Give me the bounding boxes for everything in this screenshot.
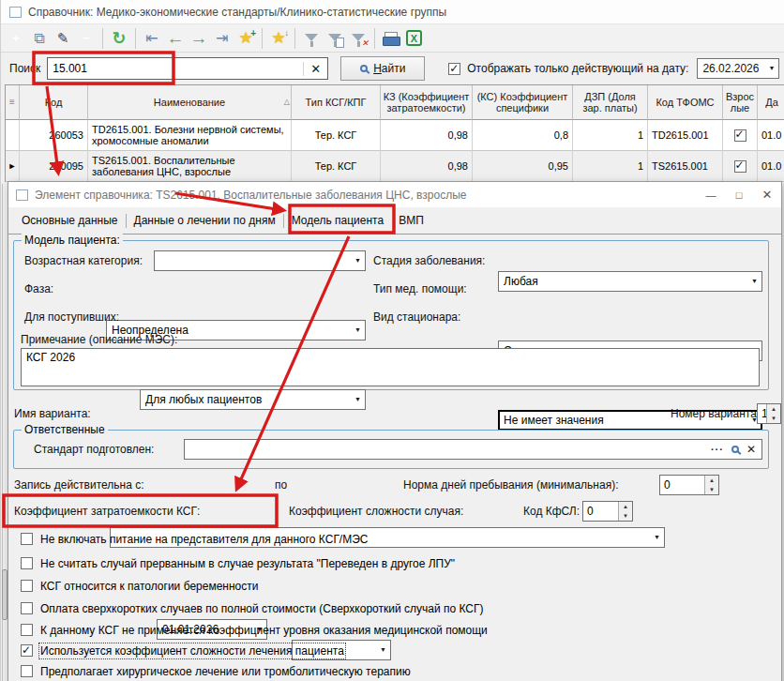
cell-code[interactable]: 260095 [20, 151, 88, 182]
next-record-button[interactable]: → [188, 27, 209, 50]
prev-record-button[interactable]: ← [165, 27, 186, 50]
cell-ks[interactable]: 0,95 [473, 151, 573, 182]
column-menu-header[interactable]: ≡ [6, 85, 20, 120]
search-box: ✕ [47, 57, 328, 80]
cell-type[interactable]: Тер. КСГ [292, 120, 381, 151]
tab-patient-model[interactable]: Модель пациента [284, 210, 392, 231]
find-button[interactable]: Найти [340, 56, 425, 81]
row-menu-icon: ≡ [9, 97, 15, 107]
edit-button[interactable]: ✎ [53, 27, 73, 50]
delete-button[interactable]: − [76, 27, 97, 50]
column-header-type[interactable]: Тип КСГ/КПГ [292, 85, 381, 120]
cell-kz[interactable]: 0,98 [381, 120, 473, 151]
favorites-jump-button[interactable]: ★ [268, 27, 289, 50]
print-button[interactable] [381, 28, 401, 51]
lookup-search-icon[interactable] [731, 446, 739, 453]
column-header-tfoms[interactable]: Код ТФОМС [648, 85, 723, 120]
checkbox-label: Оплата сверхкоротких случаев по полной с… [40, 602, 483, 615]
column-header-date[interactable]: Да [758, 85, 784, 120]
norm-days-stepper[interactable]: 0 [659, 475, 719, 495]
favorites-add-button[interactable]: ★ [235, 27, 256, 50]
care-type-label: Тип мед. помощи: [373, 282, 467, 295]
active-date-checkbox[interactable] [448, 63, 460, 75]
checkbox-row[interactable]: Не включать питание на представителя для… [21, 531, 369, 547]
kfsl-code-stepper[interactable]: 0 [582, 501, 633, 522]
filter-icon[interactable] [301, 27, 322, 50]
clear-field-icon[interactable]: ✕ [746, 443, 756, 456]
age-category-combobox[interactable] [154, 250, 366, 271]
filter-settings-icon[interactable] [324, 27, 345, 50]
date-combobox[interactable]: 26.02.2026 [697, 58, 779, 79]
close-button[interactable]: ✕ [753, 182, 781, 207]
clear-search-icon[interactable]: ✕ [303, 62, 327, 76]
column-header-kz[interactable]: КЗ (Коэффициент затратоемкости) [381, 85, 473, 120]
dialog-title: Элемент справочника: TS2615.001. Воспали… [35, 189, 466, 202]
cell-tfoms[interactable]: TD2615.001 [648, 120, 723, 151]
kz-coefficient-label: Коэффициент затратоемкости КСГ: [14, 505, 200, 518]
checkbox[interactable] [21, 557, 33, 569]
checkbox[interactable] [21, 602, 33, 614]
cell-code[interactable]: 260053 [20, 120, 88, 151]
filter-clear-icon[interactable] [348, 27, 369, 50]
variant-number-stepper[interactable]: 1 [757, 403, 781, 424]
active-date-label: Отображать только действующий на дату: [467, 62, 688, 75]
move-to-prev-group-button[interactable]: ⇤ [142, 27, 162, 50]
note-textarea[interactable]: КСГ 2026 [21, 348, 760, 386]
records-table: ≡ Код Наименование△ Тип КСГ/КПГ КЗ (Коэф… [5, 84, 784, 182]
group-label: Модель пациента: [22, 234, 123, 247]
current-row-marker: ► [8, 161, 17, 171]
checkbox-row[interactable]: Предполагает хирургическое лечение или т… [21, 663, 411, 679]
cell-type[interactable]: Тер. КСГ [292, 151, 381, 182]
checkbox-label: Предполагает хирургическое лечение или т… [40, 665, 411, 678]
column-header-adults[interactable]: Взрослые [723, 85, 758, 120]
tab-vmp[interactable]: ВМП [391, 210, 431, 231]
column-header-name[interactable]: Наименование△ [88, 85, 292, 120]
checkbox-label: КСГ относится к патологии беременности [40, 580, 258, 593]
cell-ks[interactable]: 0,8 [473, 120, 573, 151]
cell-date[interactable]: 01.0 [758, 120, 784, 151]
element-dialog: Элемент справочника: TS2615.001. Воспали… [8, 181, 782, 681]
cell-adults[interactable] [723, 120, 758, 151]
cell-name[interactable]: TD2615.001. Болезни нервной системы, хро… [88, 120, 292, 151]
add-button[interactable]: + [6, 27, 26, 50]
dialog-titlebar: Элемент справочника: TS2615.001. Воспали… [8, 182, 781, 207]
checkbox[interactable] [21, 665, 33, 677]
checkbox-row[interactable]: Оплата сверхкоротких случаев по полной с… [21, 600, 483, 616]
refresh-button[interactable]: ↻ [109, 27, 129, 50]
toolbar-separator [102, 28, 103, 49]
column-header-dzp[interactable]: ДЗП (Доля зар. платы) [573, 85, 648, 120]
checkbox-row[interactable]: К данному КСГ не применяется коэффициент… [21, 622, 488, 638]
admitted-combobox[interactable]: Для любых пациентов [140, 389, 366, 410]
column-header-code[interactable]: Код [20, 85, 88, 120]
cell-name[interactable]: TS2615.001. Воспалительные заболевания Ц… [88, 151, 292, 182]
browse-ellipsis-button[interactable]: ··· [711, 444, 724, 455]
checkbox-row[interactable]: Не считать случай прерванным в случае ре… [21, 555, 455, 571]
tab-treatment-by-days[interactable]: Данные о лечении по дням [127, 210, 283, 231]
cell-dzp[interactable]: 1 [573, 120, 648, 151]
toolbar: + ⧉ ✎ − ↻ ⇤ ← → ⇥ ★ ★ X [1, 24, 784, 53]
copy-button[interactable]: ⧉ [29, 27, 50, 50]
cell-adults[interactable] [723, 151, 758, 182]
search-input[interactable] [48, 62, 303, 75]
tab-main-data[interactable]: Основные данные [14, 210, 126, 231]
dialog-tabs: Основные данные Данные о лечении по дням… [8, 207, 781, 235]
standard-prepared-field[interactable]: ··· ✕ [184, 439, 762, 460]
note-label: Примечание (описание МЭС): [21, 333, 177, 346]
disease-stage-combobox[interactable]: Любая [498, 271, 762, 292]
move-to-next-group-button[interactable]: ⇥ [212, 27, 233, 50]
column-header-ks[interactable]: (КС) Коэффициент специфики [473, 85, 573, 120]
cell-tfoms[interactable]: TS2615.001 [648, 151, 723, 182]
cell-kz[interactable]: 0,98 [381, 151, 473, 182]
checkbox[interactable] [21, 533, 33, 545]
checkbox-row[interactable]: Используется коэффициент сложности лечен… [21, 643, 344, 658]
checkbox-row[interactable]: КСГ относится к патологии беременности [21, 578, 258, 594]
minimize-button[interactable]: — [697, 182, 725, 207]
maximize-button[interactable]: □ [725, 182, 753, 207]
cell-dzp[interactable]: 1 [573, 151, 648, 182]
checkbox[interactable] [21, 624, 33, 636]
checkbox[interactable] [21, 644, 33, 657]
main-titlebar: Справочник: Медико-экономические стандар… [1, 0, 784, 24]
excel-export-button[interactable]: X [406, 30, 422, 46]
checkbox[interactable] [21, 580, 33, 592]
cell-date[interactable]: 01.0 [758, 151, 784, 182]
